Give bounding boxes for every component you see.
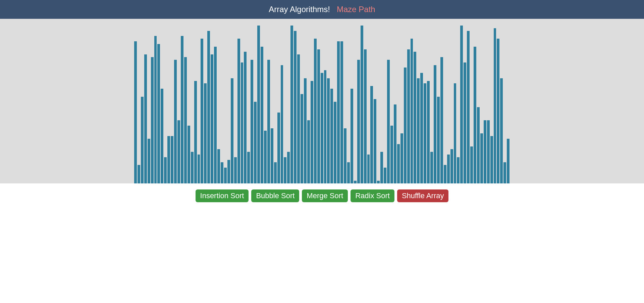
chart-bar (324, 70, 327, 183)
chart-bar (480, 133, 483, 183)
chart-bar (380, 152, 383, 183)
chart-bar (138, 165, 140, 183)
chart-bar (427, 81, 430, 184)
chart-bar (374, 99, 376, 183)
chart-bar (434, 65, 436, 184)
chart-bar (387, 60, 390, 183)
chart-bar (154, 36, 157, 183)
chart-bar (301, 94, 303, 183)
chart-bar (357, 60, 360, 183)
chart-area (0, 19, 644, 183)
chart-bar (507, 139, 509, 183)
chart-bar (164, 157, 167, 183)
chart-bar (244, 52, 247, 183)
chart-bar (151, 57, 154, 183)
chart-bar (261, 47, 263, 183)
chart-bar (494, 28, 496, 183)
chart-bar (134, 41, 137, 183)
chart-bar (420, 73, 423, 183)
chart-bar (307, 120, 310, 183)
chart-bar (207, 31, 210, 183)
chart-bar (407, 49, 410, 184)
chart-bar (440, 57, 443, 183)
chart-bar (364, 49, 367, 184)
chart-bar (450, 149, 453, 183)
chart-bar (227, 160, 230, 184)
chart-bar (148, 139, 150, 183)
chart-bar (141, 97, 144, 184)
shuffle-array-button[interactable]: Shuffle Array (397, 189, 449, 202)
chart-bar (277, 113, 280, 184)
chart-bar (204, 83, 207, 183)
chart-bar (477, 107, 480, 183)
chart-bar (274, 162, 277, 183)
insertion-sort-button[interactable]: Insertion Sort (196, 189, 249, 202)
chart-bar (198, 155, 200, 183)
chart-bar (314, 39, 317, 183)
chart-bar (254, 102, 257, 183)
chart-bar (397, 144, 400, 184)
merge-sort-button[interactable]: Merge Sort (302, 189, 348, 202)
chart-bar (217, 149, 220, 183)
chart-bar (484, 120, 486, 183)
chart-bar (171, 136, 173, 183)
chart-bar (211, 54, 213, 183)
chart-bar (367, 155, 370, 183)
chart-bar (290, 26, 293, 183)
chart-bar (267, 60, 270, 183)
chart-bar (231, 78, 233, 183)
chart-bar (287, 152, 290, 183)
chart-bar (467, 31, 470, 183)
chart-bar (437, 97, 440, 184)
chart-bar (404, 68, 407, 183)
chart-bar (411, 39, 413, 183)
chart-bar (464, 62, 466, 183)
radix-sort-button[interactable]: Radix Sort (351, 189, 394, 202)
chart-bar (470, 146, 473, 183)
chart-bar (457, 157, 460, 183)
chart-bar (400, 133, 403, 183)
chart-bar (177, 120, 180, 183)
chart-bar (144, 54, 147, 183)
bar-chart (134, 26, 510, 183)
chart-bar (271, 128, 273, 184)
chart-bar (390, 126, 393, 183)
chart-bar (191, 152, 194, 183)
chart-bar (201, 39, 203, 183)
chart-bar (194, 81, 197, 184)
chart-bar (281, 65, 283, 184)
chart-bar (334, 102, 336, 183)
chart-bar (224, 168, 227, 183)
chart-bar (460, 26, 463, 183)
chart-bar (340, 41, 343, 183)
chart-bar (297, 54, 300, 183)
bubble-sort-button[interactable]: Bubble Sort (251, 189, 299, 202)
chart-bar (294, 31, 297, 183)
nav-link-array-algorithms[interactable]: Array Algorithms! (269, 5, 330, 14)
chart-bar (257, 26, 260, 183)
chart-bar (384, 168, 386, 183)
chart-bar (361, 26, 363, 183)
chart-bar (487, 120, 490, 183)
chart-bar (181, 36, 183, 183)
controls-row: Insertion Sort Bubble Sort Merge Sort Ra… (0, 183, 644, 208)
chart-bar (237, 39, 240, 183)
chart-bar (414, 52, 416, 183)
chart-bar (234, 157, 237, 183)
chart-bar (161, 89, 163, 183)
chart-bar (490, 136, 493, 183)
chart-bar (394, 104, 396, 183)
chart-bar (454, 83, 457, 183)
chart-bar (330, 89, 333, 183)
chart-bar (497, 39, 499, 183)
chart-bar (247, 152, 250, 183)
chart-bar (344, 128, 346, 184)
chart-bar (370, 86, 373, 183)
chart-bar (424, 83, 426, 183)
chart-bar (174, 60, 177, 183)
chart-bar (430, 152, 433, 183)
nav-link-maze-path[interactable]: Maze Path (337, 5, 375, 14)
chart-bar (347, 162, 350, 183)
chart-bar (474, 47, 476, 183)
chart-bar (321, 73, 323, 183)
